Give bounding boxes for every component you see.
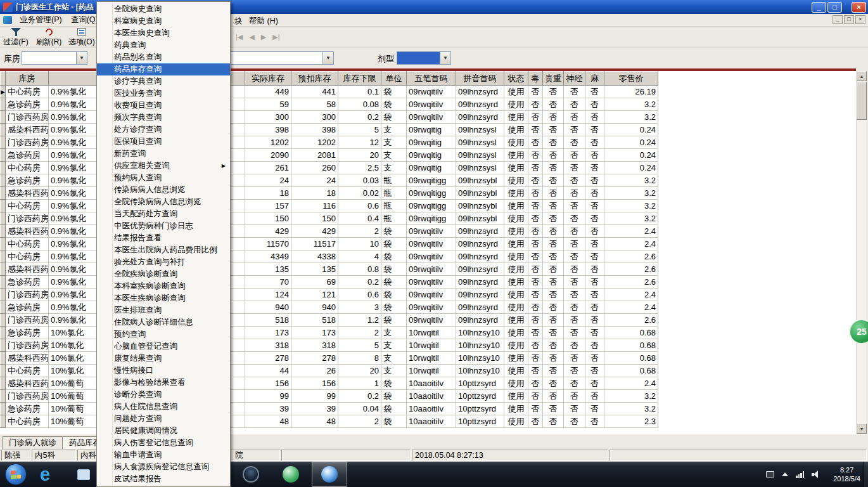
taskbar-app-button-1[interactable] xyxy=(71,462,96,487)
query-menu-item[interactable]: 频次字典查询 xyxy=(97,112,230,124)
refresh-button[interactable]: 刷新(R) xyxy=(33,27,65,48)
column-header[interactable]: 神经 xyxy=(564,72,585,86)
nav-next-icon[interactable]: ▶ xyxy=(261,33,266,41)
cell: 398 xyxy=(291,124,338,136)
scroll-up-icon[interactable]: ▲ xyxy=(857,71,867,81)
query-menu-item[interactable]: 问题处方查询 xyxy=(97,413,230,425)
mdi-minimize-button[interactable]: _ xyxy=(833,15,843,24)
menu-business[interactable]: 业务管理(P) xyxy=(15,13,67,27)
cell: 使用 xyxy=(504,365,528,377)
taskbar-app-button-3[interactable] xyxy=(276,462,305,487)
dosage-form-combobox[interactable]: ▼ xyxy=(397,51,451,65)
query-menu-item[interactable]: 预约查询 xyxy=(97,328,230,341)
query-menu-item[interactable]: 本科室疾病诊断查询 xyxy=(97,280,230,292)
query-menu-item[interactable]: 住院病人诊断详细信息 xyxy=(97,316,230,328)
query-menu-item[interactable]: 结果报告查看 xyxy=(97,232,230,244)
query-menu-item[interactable]: 新药查询 xyxy=(97,148,230,160)
query-menu-item[interactable]: 传染病病人信息浏览 xyxy=(97,184,230,196)
column-header[interactable]: 实际库存 xyxy=(245,72,291,86)
query-menu-item[interactable]: 医保项目查询 xyxy=(97,136,230,148)
query-menu-item[interactable]: 康复结果查询 xyxy=(97,353,230,365)
query-menu-item[interactable]: 影像与检验结果查看 xyxy=(97,377,230,389)
query-menu-item[interactable]: 当天配药处方查询 xyxy=(97,208,230,220)
row-selector xyxy=(1,111,6,124)
volume-icon[interactable] xyxy=(812,471,820,478)
mdi-close-button[interactable]: × xyxy=(855,15,865,24)
query-menu-item[interactable]: 居民健康调阅情况 xyxy=(97,425,230,437)
column-header[interactable]: 毒 xyxy=(528,72,543,86)
column-header[interactable]: 库存下限 xyxy=(338,72,381,86)
query-menu-item[interactable]: 处方诊疗查询 xyxy=(97,124,230,136)
query-menu-item[interactable]: 心脑血管登记查询 xyxy=(97,341,230,353)
query-menu-item[interactable]: 全院传染病病人信息浏览 xyxy=(97,196,230,208)
taskbar-app-button-2[interactable] xyxy=(233,462,269,487)
vertical-scrollbar[interactable]: ▲ ▼ xyxy=(856,71,866,434)
column-header[interactable]: 预扣库存 xyxy=(291,72,338,86)
query-menu-item[interactable]: 收费项目查询 xyxy=(97,100,230,112)
column-header[interactable]: 拼音首码 xyxy=(456,72,504,86)
options-button[interactable]: 选项(O) xyxy=(66,27,98,48)
query-menu-item[interactable]: 全院病史查询 xyxy=(97,3,230,15)
monitor-tray-icon[interactable] xyxy=(766,471,774,477)
start-button[interactable] xyxy=(5,464,27,485)
query-menu-item[interactable]: 输血申请查询 xyxy=(97,449,230,461)
column-header[interactable]: 状态 xyxy=(504,72,528,86)
nav-last-icon[interactable]: ▶| xyxy=(272,33,279,41)
hidden-icons-chevron-icon[interactable] xyxy=(782,472,788,476)
query-menu-item[interactable]: 全院疾病诊断查询 xyxy=(97,268,230,280)
network-icon[interactable] xyxy=(796,471,804,478)
query-menu-item[interactable]: 供应室相关查询▶ xyxy=(97,160,230,172)
query-menu-item[interactable]: 药品别名查询 xyxy=(97,51,230,63)
taskbar-browser-button[interactable]: e xyxy=(32,462,58,487)
column-header[interactable]: 零售价 xyxy=(604,72,658,86)
chevron-down-icon[interactable]: ▼ xyxy=(322,52,333,64)
column-header[interactable]: 麻 xyxy=(585,72,604,86)
column-header[interactable]: 五笔首码 xyxy=(407,72,456,86)
column-header[interactable]: 库房 xyxy=(6,72,49,86)
query-menu-item[interactable]: 医技业务查询 xyxy=(97,88,230,100)
nav-first-icon[interactable]: |◀ xyxy=(236,33,243,41)
scrollbar-thumb[interactable] xyxy=(857,82,867,120)
query-menu-item[interactable]: 本医生疾病诊断查询 xyxy=(97,292,230,304)
cell: 支 xyxy=(381,136,407,149)
column-header[interactable]: 贵重 xyxy=(543,72,564,86)
query-menu-item[interactable]: 药典查询 xyxy=(97,39,230,51)
menu-help[interactable]: 帮助 (H) xyxy=(249,16,278,27)
restore-button[interactable]: □ xyxy=(827,2,842,13)
query-menu-item[interactable]: 中医优势病种门诊日志 xyxy=(97,220,230,232)
scroll-down-icon[interactable]: ▼ xyxy=(857,424,867,434)
query-menu-item[interactable]: 病人伤害登记信息查询 xyxy=(97,437,230,449)
close-button[interactable]: × xyxy=(852,2,866,13)
nav-prev-icon[interactable]: ◀ xyxy=(249,33,254,41)
query-menu-item[interactable]: 慢性病接口 xyxy=(97,365,230,377)
mdi-restore-button[interactable]: □ xyxy=(844,15,854,24)
query-menu-item[interactable]: 预约病人查询 xyxy=(97,172,230,184)
cell: 116 xyxy=(291,200,338,212)
query-menu-item[interactable]: 诊断分类查询 xyxy=(97,389,230,401)
cell: 429 xyxy=(245,225,291,238)
chevron-down-icon[interactable]: ▼ xyxy=(76,52,87,64)
query-menu-item[interactable]: 病人食源疾病登记信息查询 xyxy=(97,461,230,473)
query-menu-item[interactable]: 诊疗字典查询 xyxy=(97,75,230,88)
query-menu-item[interactable]: 皮试结果报告 xyxy=(97,473,230,485)
warehouse-combobox[interactable]: ▼ xyxy=(22,51,87,65)
column-header-blank[interactable] xyxy=(1,72,6,86)
query-menu-item[interactable]: 病人住院信息查询 xyxy=(97,401,230,413)
row-selector xyxy=(1,276,6,289)
show-desktop-button[interactable] xyxy=(864,462,868,487)
filter-button[interactable]: 过滤(F) xyxy=(0,27,32,48)
tab-outpatient-visit[interactable]: 门诊病人就诊 xyxy=(2,436,63,449)
taskbar-app-button-active[interactable] xyxy=(312,462,347,487)
query-menu-item[interactable]: 本医生病史查询 xyxy=(97,27,230,39)
cell: 否 xyxy=(585,403,604,415)
taskbar-clock[interactable]: 8:27 2018/5/4 xyxy=(833,465,860,483)
query-menu-item[interactable]: 医生排班查询 xyxy=(97,304,230,316)
query-menu-item[interactable]: 验光处方查询与补打 xyxy=(97,256,230,268)
query-menu-item[interactable]: 药品库存查询 xyxy=(97,63,230,75)
chevron-down-icon[interactable]: ▼ xyxy=(440,52,450,64)
column-header[interactable]: 单位 xyxy=(381,72,407,86)
minimize-button[interactable]: _ xyxy=(812,2,826,13)
menu-fragment[interactable]: 块 xyxy=(234,16,243,27)
query-menu-item[interactable]: 本医生出院病人药品费用比例 xyxy=(97,244,230,256)
query-menu-item[interactable]: 科室病史查询 xyxy=(97,15,230,27)
